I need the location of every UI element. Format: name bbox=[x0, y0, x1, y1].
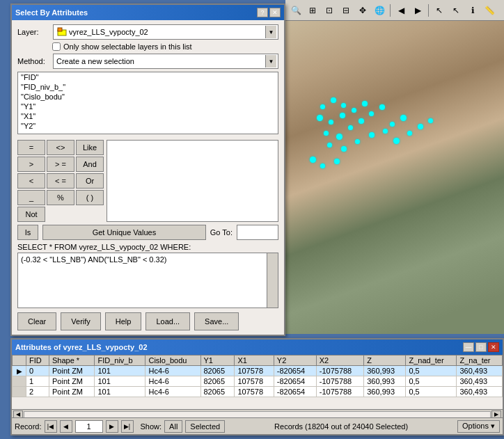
cell-z: 360,993 bbox=[364, 387, 406, 397]
zoom-layer-icon[interactable]: ⊟ bbox=[338, 3, 354, 18]
field-item[interactable]: "FID" bbox=[18, 72, 278, 82]
show-selected-button[interactable]: Selected bbox=[185, 420, 225, 433]
get-unique-values-button[interactable]: Get Unique Values bbox=[42, 225, 206, 240]
map-content bbox=[285, 21, 504, 334]
method-combo-arrow[interactable]: ▼ bbox=[265, 55, 276, 67]
op-gt[interactable]: > bbox=[17, 157, 45, 172]
col-shape[interactable]: Shape * bbox=[49, 356, 95, 366]
clear-button[interactable]: Clear bbox=[17, 312, 56, 330]
op-neq[interactable]: <> bbox=[47, 140, 74, 155]
cell-cislo: Hc4-6 bbox=[145, 387, 200, 397]
cell-z-na: 360,493 bbox=[457, 387, 503, 397]
verify-button[interactable]: Verify bbox=[61, 312, 101, 330]
field-item[interactable]: "Cislo_bodu" bbox=[18, 92, 278, 102]
op-underscore[interactable]: _ bbox=[17, 190, 45, 205]
method-row: Method: Create a new selection ▼ bbox=[17, 54, 278, 69]
values-area[interactable] bbox=[107, 140, 278, 222]
field-item[interactable]: "X1" bbox=[18, 111, 278, 121]
cell-shape: Point ZM bbox=[49, 366, 95, 376]
op-not[interactable]: Not bbox=[17, 207, 45, 222]
op-or[interactable]: Or bbox=[76, 173, 104, 189]
col-z-nad[interactable]: Z_nad_ter bbox=[406, 356, 457, 366]
nav-next-btn[interactable]: ▶ bbox=[106, 420, 118, 433]
col-z-na[interactable]: Z_na_ter bbox=[457, 356, 503, 366]
dialog-body: Layer: vyrez_LLS_vypocty_02 ▼ Only show … bbox=[12, 20, 284, 335]
op-and[interactable]: And bbox=[76, 157, 104, 172]
cell-fid-niv: 101 bbox=[95, 366, 145, 376]
table-row[interactable]: ▶ 0 Point ZM 101 Hc4-6 82065 107578 -820… bbox=[13, 366, 503, 376]
cursor-icon[interactable]: ↖ bbox=[448, 3, 464, 18]
back-icon[interactable]: ◀ bbox=[393, 3, 409, 18]
save-button[interactable]: Save... bbox=[194, 312, 239, 330]
layer-combo-value: vyrez_LLS_vypocty_02 bbox=[69, 28, 275, 36]
op-percent[interactable]: % bbox=[47, 190, 74, 205]
show-label: Show: bbox=[141, 422, 162, 431]
selectable-checkbox-row: Only show selectable layers in this list bbox=[52, 42, 278, 51]
minimize-button[interactable]: — bbox=[463, 342, 474, 352]
op-like[interactable]: Like bbox=[76, 140, 104, 155]
nav-last-btn[interactable]: ▶| bbox=[121, 420, 134, 433]
map-dot bbox=[379, 104, 385, 110]
field-item[interactable]: "FID_niv_b_" bbox=[18, 82, 278, 92]
field-item[interactable]: "Y1" bbox=[18, 102, 278, 111]
table-row[interactable]: 2 Point ZM 101 Hc4-6 82065 107578 -82065… bbox=[13, 387, 503, 397]
identify-icon[interactable]: ℹ bbox=[465, 3, 480, 18]
col-fid[interactable]: FID bbox=[26, 356, 49, 366]
op-lt[interactable]: < bbox=[17, 173, 45, 189]
col-x1[interactable]: X1 bbox=[235, 356, 274, 366]
zoom-full-icon[interactable]: ⊡ bbox=[322, 3, 337, 18]
map-toolbar: 🔍 ⊞ ⊡ ⊟ ✥ 🌐 ◀ ▶ ↖ ↖ ℹ 📏 bbox=[285, 0, 504, 21]
cell-fid: 1 bbox=[26, 376, 49, 387]
attr-table-area[interactable]: FID Shape * FID_niv_b Cislo_bodu Y1 X1 Y… bbox=[12, 355, 503, 409]
select-by-attributes-dialog: Select By Attributes ? ✕ Layer: vyrez_LL… bbox=[10, 3, 285, 336]
cell-z: 360,993 bbox=[364, 376, 406, 387]
fields-list[interactable]: "FID" "FID_niv_b_" "Cislo_bodu" "Y1" "X1… bbox=[17, 72, 278, 134]
table-row[interactable]: 1 Point ZM 101 Hc4-6 82065 107578 -82065… bbox=[13, 376, 503, 387]
measure-icon[interactable]: 📏 bbox=[482, 3, 497, 18]
field-item[interactable]: "Y2" bbox=[18, 121, 278, 131]
layer-icon bbox=[56, 26, 68, 38]
op-parens[interactable]: ( ) bbox=[76, 190, 104, 205]
forward-icon[interactable]: ▶ bbox=[410, 3, 425, 18]
options-button[interactable]: Options ▾ bbox=[457, 420, 500, 433]
layer-combo-arrow[interactable]: ▼ bbox=[265, 26, 276, 38]
close-button[interactable]: ✕ bbox=[488, 342, 499, 352]
zoom-in-icon[interactable]: 🔍 bbox=[288, 3, 304, 18]
scrollbar-track[interactable] bbox=[24, 411, 491, 418]
maximize-button[interactable]: □ bbox=[475, 342, 487, 352]
col-z[interactable]: Z bbox=[364, 356, 406, 366]
nav-first-btn[interactable]: |◀ bbox=[45, 420, 57, 433]
is-button[interactable]: Is bbox=[17, 225, 38, 240]
load-button[interactable]: Load... bbox=[145, 312, 190, 330]
sql-scrollbar[interactable] bbox=[267, 253, 278, 308]
close-button-title[interactable]: ✕ bbox=[269, 8, 281, 17]
select-icon[interactable]: ↖ bbox=[432, 3, 447, 18]
globe-icon[interactable]: 🌐 bbox=[372, 3, 387, 18]
operators-area: = <> Like > > = And < < = Or _ % ( ) Not bbox=[17, 140, 278, 222]
method-combo[interactable]: Create a new selection ▼ bbox=[53, 54, 278, 69]
op-eq[interactable]: = bbox=[17, 140, 45, 155]
record-input[interactable] bbox=[75, 420, 103, 433]
cell-x1: 107578 bbox=[235, 366, 274, 376]
col-y1[interactable]: Y1 bbox=[200, 356, 235, 366]
col-y2[interactable]: Y2 bbox=[274, 356, 316, 366]
help-button[interactable]: Help bbox=[105, 312, 142, 330]
map-dot bbox=[400, 115, 407, 121]
show-all-button[interactable]: All bbox=[164, 420, 182, 433]
map-area[interactable]: 🔍 ⊞ ⊡ ⊟ ✥ 🌐 ◀ ▶ ↖ ↖ ℹ 📏 bbox=[285, 0, 504, 334]
layer-combo[interactable]: vyrez_LLS_vypocty_02 ▼ bbox=[53, 24, 278, 40]
map-dot bbox=[331, 97, 336, 103]
op-gte[interactable]: > = bbox=[47, 157, 74, 172]
help-button-title[interactable]: ? bbox=[257, 8, 268, 17]
col-cislo[interactable]: Cislo_bodu bbox=[145, 356, 200, 366]
selectable-checkbox[interactable] bbox=[52, 42, 61, 51]
attr-panel-title: Attributes of vyrez_LLS_vypocty_02 bbox=[15, 343, 148, 351]
col-fid-niv[interactable]: FID_niv_b bbox=[95, 356, 145, 366]
nav-prev-btn[interactable]: ◀ bbox=[60, 420, 72, 433]
sql-box[interactable]: (-0.32 < "LLS_NB") AND("LLS_NB" < 0.32) bbox=[17, 253, 278, 308]
zoom-rect-icon[interactable]: ⊞ bbox=[305, 3, 320, 18]
op-lte[interactable]: < = bbox=[47, 173, 74, 189]
col-x2[interactable]: X2 bbox=[316, 356, 364, 366]
pan-icon[interactable]: ✥ bbox=[355, 3, 370, 18]
goto-input[interactable] bbox=[237, 225, 278, 240]
